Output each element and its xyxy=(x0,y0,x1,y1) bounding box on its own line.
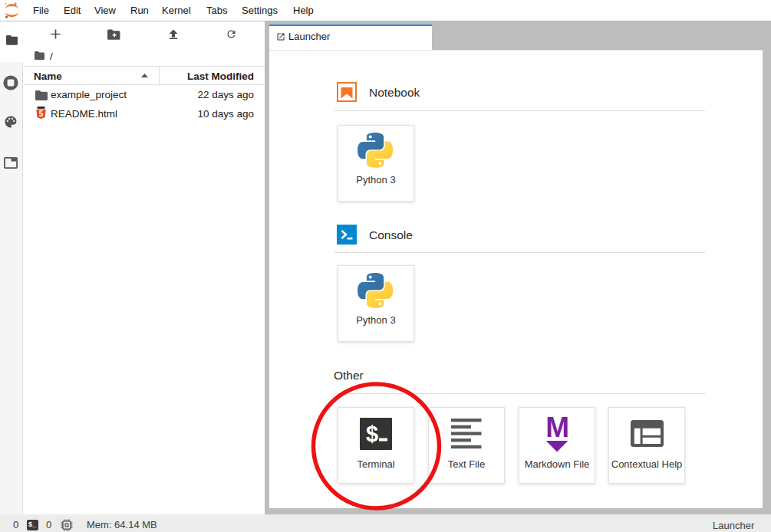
svg-text:5: 5 xyxy=(38,110,43,118)
svg-text:M: M xyxy=(545,415,569,443)
